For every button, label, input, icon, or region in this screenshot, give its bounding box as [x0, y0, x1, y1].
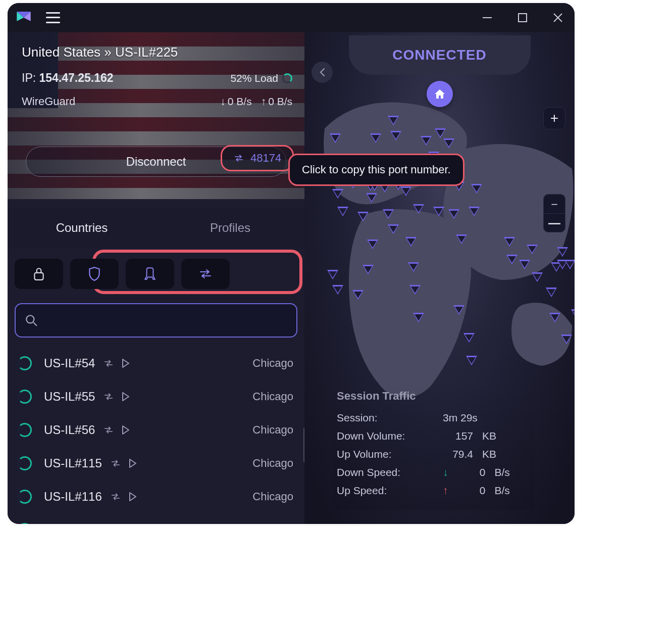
up-speed-value: 0: [455, 485, 486, 497]
tab-profiles[interactable]: Profiles: [156, 221, 304, 235]
server-marker[interactable]: [443, 138, 454, 148]
server-row[interactable]: US-IL#116Chicago: [13, 480, 299, 513]
server-marker[interactable]: [435, 128, 446, 138]
window-close-button[interactable]: [550, 10, 565, 25]
server-marker[interactable]: [506, 255, 518, 264]
menu-button[interactable]: [46, 12, 60, 23]
server-marker[interactable]: [332, 285, 343, 295]
server-marker[interactable]: [357, 212, 369, 221]
zoom-in-button[interactable]: +: [543, 107, 565, 129]
ip-label: IP:: [22, 71, 36, 84]
play-icon: [120, 425, 131, 435]
server-marker[interactable]: [409, 285, 421, 295]
server-list: US-IL#54ChicagoUS-IL#55ChicagoUS-IL#56Ch…: [8, 347, 304, 524]
port-number-button[interactable]: 48174: [221, 145, 294, 171]
server-row[interactable]: US-IL#55Chicago: [13, 380, 299, 413]
server-marker[interactable]: [504, 237, 515, 247]
server-marker[interactable]: [453, 305, 464, 315]
server-marker[interactable]: [519, 260, 530, 269]
zoom-out-button[interactable]: —: [544, 214, 565, 232]
server-marker[interactable]: [448, 209, 459, 219]
server-load-ring-icon: [18, 456, 32, 470]
server-marker[interactable]: [366, 193, 377, 203]
server-marker[interactable]: [433, 207, 444, 216]
server-marker[interactable]: [546, 287, 557, 297]
server-marker[interactable]: [469, 207, 480, 216]
session-duration-value: 3m 29s: [443, 412, 478, 424]
server-marker[interactable]: [388, 116, 399, 125]
filter-p2p-button[interactable]: [181, 259, 230, 289]
session-traffic-title: Session Traffic: [337, 390, 530, 403]
search-icon: [25, 314, 38, 327]
server-marker[interactable]: [408, 262, 419, 272]
back-button[interactable]: [312, 62, 333, 83]
server-marker[interactable]: [527, 245, 538, 254]
server-marker[interactable]: [413, 313, 424, 322]
protocol-label: WireGuard: [22, 95, 75, 108]
server-marker[interactable]: [466, 356, 477, 365]
server-row[interactable]: US-IL#56Chicago: [13, 413, 299, 447]
port-forward-icon: [233, 154, 244, 163]
server-marker[interactable]: [549, 313, 560, 322]
filter-shield-button[interactable]: [70, 259, 119, 289]
server-marker[interactable]: [405, 237, 417, 247]
download-rate: 0 B/s: [220, 95, 251, 108]
server-marker[interactable]: [370, 133, 381, 143]
server-row[interactable]: US-IL#115Chicago: [13, 447, 299, 480]
server-marker[interactable]: [532, 272, 543, 282]
server-search[interactable]: [15, 303, 297, 338]
app-window: United States » US-IL#225 IP: 154.47.25.…: [8, 3, 575, 524]
server-marker[interactable]: [327, 270, 338, 279]
server-marker[interactable]: [332, 189, 343, 199]
server-marker[interactable]: [463, 333, 475, 343]
server-marker[interactable]: [557, 247, 568, 257]
session-traffic-panel: Session Traffic Session: 3m 29s Down Vol…: [333, 382, 534, 510]
server-row[interactable]: US-IL#54Chicago: [13, 347, 299, 380]
server-load: 52% Load: [230, 72, 292, 84]
server-city: Chicago: [252, 490, 293, 503]
window-minimize-button[interactable]: [480, 10, 495, 25]
filter-streaming-button[interactable]: [126, 259, 174, 289]
server-marker[interactable]: [561, 334, 572, 344]
server-marker[interactable]: [367, 239, 378, 249]
p2p-icon: [103, 392, 114, 402]
server-marker[interactable]: [337, 207, 348, 216]
server-marker[interactable]: [421, 136, 432, 146]
port-number-value: 48174: [250, 152, 281, 165]
server-marker[interactable]: [413, 204, 424, 214]
connection-title: United States » US-IL#225: [22, 44, 292, 60]
server-marker[interactable]: [383, 209, 394, 219]
ip-value: 154.47.25.162: [39, 71, 114, 84]
server-marker[interactable]: [330, 133, 341, 143]
window-maximize-button[interactable]: [515, 10, 530, 25]
svg-point-8: [26, 315, 34, 323]
server-marker[interactable]: [363, 265, 374, 274]
ip-address: IP: 154.47.25.162: [22, 71, 114, 85]
p2p-icon: [103, 425, 114, 435]
up-volume-value: 79.4: [443, 448, 473, 460]
left-panel: United States » US-IL#225 IP: 154.47.25.…: [8, 32, 304, 524]
tab-bar: Countries Profiles: [8, 208, 304, 248]
p2p-icon: [110, 458, 121, 468]
play-icon: [120, 358, 131, 368]
server-marker[interactable]: [471, 184, 482, 194]
session-duration-label: Session:: [337, 412, 443, 424]
home-button[interactable]: [427, 81, 453, 107]
zoom-out-small-button[interactable]: –: [544, 195, 565, 214]
server-search-input[interactable]: [45, 315, 287, 326]
map-panel: CONNECTED + – — Session Traffic Session:…: [304, 32, 575, 524]
server-marker[interactable]: [388, 224, 399, 234]
server-marker[interactable]: [571, 309, 575, 319]
filter-secure-core-button[interactable]: [15, 259, 63, 289]
server-row[interactable]: US-IL#117Chicago: [13, 513, 299, 524]
server-name: US-IL#115: [44, 456, 102, 470]
server-load-ring-icon: [18, 356, 32, 370]
server-marker[interactable]: [400, 186, 411, 196]
upload-rate: 0 B/s: [261, 95, 292, 108]
server-marker[interactable]: [352, 290, 364, 300]
port-copy-tooltip: Click to copy this port number.: [288, 154, 464, 186]
server-marker[interactable]: [390, 131, 401, 140]
server-marker[interactable]: [564, 260, 575, 269]
server-marker[interactable]: [456, 234, 467, 244]
tab-countries[interactable]: Countries: [8, 221, 156, 235]
